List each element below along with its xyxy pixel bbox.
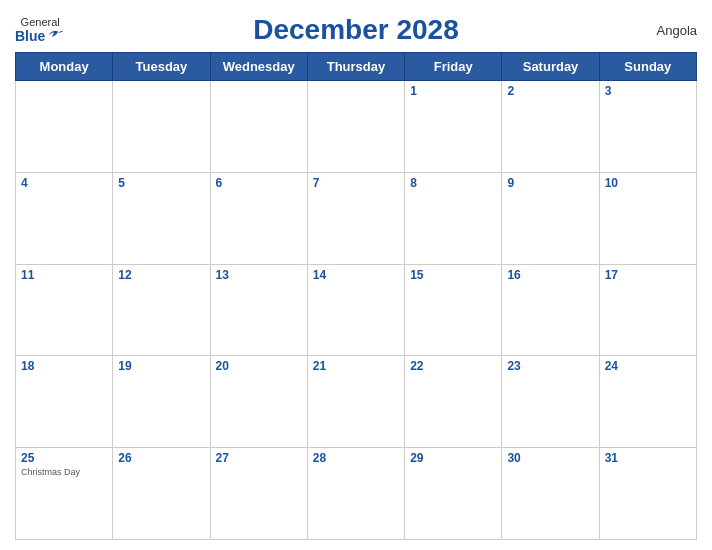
- day-number: 9: [507, 176, 593, 190]
- day-number: 10: [605, 176, 691, 190]
- calendar-table: MondayTuesdayWednesdayThursdayFridaySatu…: [15, 52, 697, 540]
- calendar-cell: 4: [16, 172, 113, 264]
- calendar-cell: 19: [113, 356, 210, 448]
- day-number: 16: [507, 268, 593, 282]
- day-number: 31: [605, 451, 691, 465]
- calendar-cell: 10: [599, 172, 696, 264]
- days-header-row: MondayTuesdayWednesdayThursdayFridaySatu…: [16, 53, 697, 81]
- day-number: 4: [21, 176, 107, 190]
- logo: General Blue: [15, 16, 65, 44]
- calendar-cell: [16, 81, 113, 173]
- day-header-saturday: Saturday: [502, 53, 599, 81]
- day-header-thursday: Thursday: [307, 53, 404, 81]
- day-header-sunday: Sunday: [599, 53, 696, 81]
- day-number: 20: [216, 359, 302, 373]
- day-number: 5: [118, 176, 204, 190]
- holiday-label: Christmas Day: [21, 467, 107, 478]
- calendar-cell: 26: [113, 448, 210, 540]
- calendar-cell: 6: [210, 172, 307, 264]
- day-header-friday: Friday: [405, 53, 502, 81]
- day-number: 28: [313, 451, 399, 465]
- calendar-cell: 28: [307, 448, 404, 540]
- calendar-cell: 5: [113, 172, 210, 264]
- calendar-cell: 17: [599, 264, 696, 356]
- page-title: December 2028: [253, 14, 458, 46]
- week-row-1: 123: [16, 81, 697, 173]
- calendar-cell: [307, 81, 404, 173]
- day-number: 21: [313, 359, 399, 373]
- day-number: 1: [410, 84, 496, 98]
- week-row-4: 18192021222324: [16, 356, 697, 448]
- calendar-cell: 21: [307, 356, 404, 448]
- calendar-cell: 30: [502, 448, 599, 540]
- calendar-cell: 12: [113, 264, 210, 356]
- calendar-cell: 1: [405, 81, 502, 173]
- calendar-cell: 24: [599, 356, 696, 448]
- logo-general: General: [21, 16, 60, 28]
- day-number: 11: [21, 268, 107, 282]
- calendar-cell: 31: [599, 448, 696, 540]
- calendar-cell: 22: [405, 356, 502, 448]
- day-number: 7: [313, 176, 399, 190]
- day-header-tuesday: Tuesday: [113, 53, 210, 81]
- calendar-cell: 16: [502, 264, 599, 356]
- calendar-cell: 15: [405, 264, 502, 356]
- calendar-cell: [113, 81, 210, 173]
- day-header-monday: Monday: [16, 53, 113, 81]
- calendar-header: General Blue December 2028 Angola: [15, 14, 697, 46]
- calendar-cell: 13: [210, 264, 307, 356]
- calendar-cell: 11: [16, 264, 113, 356]
- calendar-cell: 18: [16, 356, 113, 448]
- day-number: 6: [216, 176, 302, 190]
- calendar-cell: 27: [210, 448, 307, 540]
- calendar-cell: 23: [502, 356, 599, 448]
- day-number: 29: [410, 451, 496, 465]
- logo-blue: Blue: [15, 28, 65, 44]
- calendar-cell: 9: [502, 172, 599, 264]
- day-header-wednesday: Wednesday: [210, 53, 307, 81]
- calendar-cell: 2: [502, 81, 599, 173]
- calendar-cell: 29: [405, 448, 502, 540]
- calendar-cell: 8: [405, 172, 502, 264]
- day-number: 30: [507, 451, 593, 465]
- calendar-cell: [210, 81, 307, 173]
- country-label: Angola: [657, 23, 697, 38]
- day-number: 15: [410, 268, 496, 282]
- day-number: 3: [605, 84, 691, 98]
- calendar-cell: 7: [307, 172, 404, 264]
- week-row-3: 11121314151617: [16, 264, 697, 356]
- week-row-2: 45678910: [16, 172, 697, 264]
- day-number: 13: [216, 268, 302, 282]
- day-number: 18: [21, 359, 107, 373]
- day-number: 19: [118, 359, 204, 373]
- day-number: 24: [605, 359, 691, 373]
- day-number: 22: [410, 359, 496, 373]
- day-number: 25: [21, 451, 107, 465]
- day-number: 23: [507, 359, 593, 373]
- day-number: 14: [313, 268, 399, 282]
- calendar-cell: 14: [307, 264, 404, 356]
- day-number: 17: [605, 268, 691, 282]
- calendar-cell: 3: [599, 81, 696, 173]
- calendar-cell: 20: [210, 356, 307, 448]
- day-number: 26: [118, 451, 204, 465]
- day-number: 2: [507, 84, 593, 98]
- day-number: 27: [216, 451, 302, 465]
- week-row-5: 25Christmas Day262728293031: [16, 448, 697, 540]
- calendar-cell: 25Christmas Day: [16, 448, 113, 540]
- day-number: 8: [410, 176, 496, 190]
- day-number: 12: [118, 268, 204, 282]
